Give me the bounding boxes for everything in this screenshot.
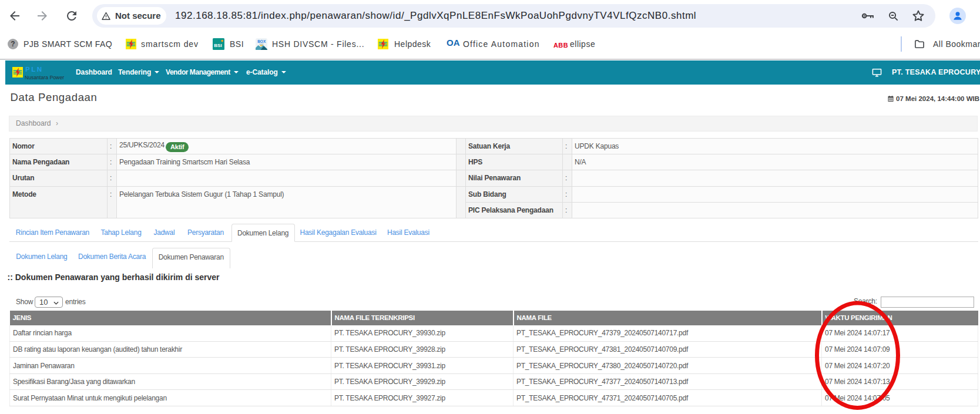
svg-text:BSI: BSI: [214, 42, 221, 48]
svg-text:BOX: BOX: [257, 39, 266, 43]
